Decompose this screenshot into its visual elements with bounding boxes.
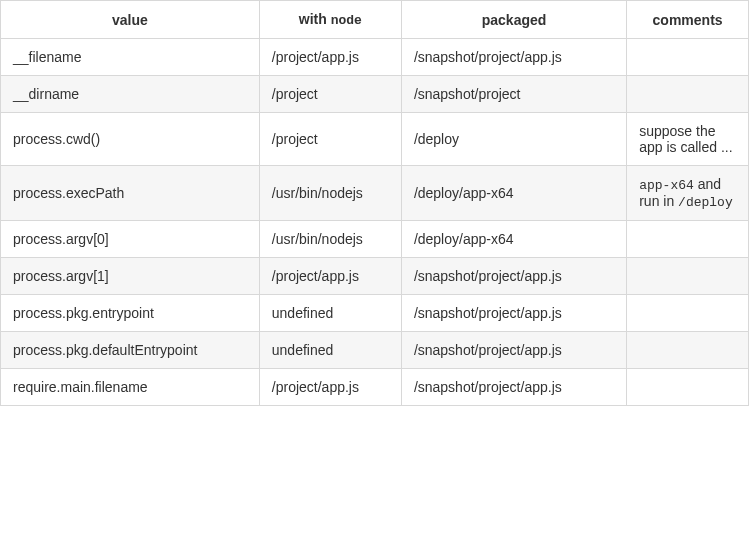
table-row: require.main.filename/project/app.js/sna… xyxy=(1,369,749,406)
header-packaged: packaged xyxy=(401,1,626,39)
cell-value: process.execPath xyxy=(1,166,260,221)
cell-comments xyxy=(627,221,749,258)
table-body: __filename/project/app.js/snapshot/proje… xyxy=(1,39,749,406)
paths-comparison-table: value with node packaged comments __file… xyxy=(0,0,749,406)
cell-packaged: /deploy/app-x64 xyxy=(401,166,626,221)
cell-value: __filename xyxy=(1,39,260,76)
cell-with-node: /project xyxy=(259,76,401,113)
cell-packaged: /snapshot/project/app.js xyxy=(401,39,626,76)
table-header-row: value with node packaged comments xyxy=(1,1,749,39)
header-comments: comments xyxy=(627,1,749,39)
cell-value: process.argv[1] xyxy=(1,258,260,295)
cell-comments: app-x64 and run in /deploy xyxy=(627,166,749,221)
cell-with-node: undefined xyxy=(259,332,401,369)
comment-text: suppose the app is called ... xyxy=(639,123,732,155)
cell-with-node: undefined xyxy=(259,295,401,332)
cell-value: process.cwd() xyxy=(1,113,260,166)
header-value: value xyxy=(1,1,260,39)
cell-with-node: /project xyxy=(259,113,401,166)
cell-with-node: /project/app.js xyxy=(259,369,401,406)
cell-comments xyxy=(627,76,749,113)
cell-value: process.argv[0] xyxy=(1,221,260,258)
cell-comments xyxy=(627,258,749,295)
cell-with-node: /project/app.js xyxy=(259,39,401,76)
cell-value: process.pkg.entrypoint xyxy=(1,295,260,332)
header-with-node-code: node xyxy=(331,13,362,28)
cell-comments xyxy=(627,369,749,406)
table-row: process.pkg.defaultEntrypointundefined/s… xyxy=(1,332,749,369)
cell-comments xyxy=(627,295,749,332)
cell-comments xyxy=(627,39,749,76)
cell-value: process.pkg.defaultEntrypoint xyxy=(1,332,260,369)
table-row: process.execPath/usr/bin/nodejs/deploy/a… xyxy=(1,166,749,221)
header-with-node-prefix: with xyxy=(299,11,331,27)
comment-code: app-x64 xyxy=(639,178,694,193)
table-row: __dirname/project/snapshot/project xyxy=(1,76,749,113)
cell-value: require.main.filename xyxy=(1,369,260,406)
cell-with-node: /usr/bin/nodejs xyxy=(259,166,401,221)
cell-packaged: /snapshot/project/app.js xyxy=(401,369,626,406)
table-row: process.pkg.entrypointundefined/snapshot… xyxy=(1,295,749,332)
cell-packaged: /snapshot/project/app.js xyxy=(401,295,626,332)
cell-comments: suppose the app is called ... xyxy=(627,113,749,166)
table-row: __filename/project/app.js/snapshot/proje… xyxy=(1,39,749,76)
cell-packaged: /deploy/app-x64 xyxy=(401,221,626,258)
cell-value: __dirname xyxy=(1,76,260,113)
cell-with-node: /project/app.js xyxy=(259,258,401,295)
comment-code: /deploy xyxy=(678,195,733,210)
cell-packaged: /deploy xyxy=(401,113,626,166)
table-row: process.argv[0]/usr/bin/nodejs/deploy/ap… xyxy=(1,221,749,258)
header-with-node: with node xyxy=(259,1,401,39)
cell-packaged: /snapshot/project xyxy=(401,76,626,113)
cell-comments xyxy=(627,332,749,369)
cell-packaged: /snapshot/project/app.js xyxy=(401,332,626,369)
table-row: process.argv[1]/project/app.js/snapshot/… xyxy=(1,258,749,295)
cell-packaged: /snapshot/project/app.js xyxy=(401,258,626,295)
table-row: process.cwd()/project/deploysuppose the … xyxy=(1,113,749,166)
cell-with-node: /usr/bin/nodejs xyxy=(259,221,401,258)
